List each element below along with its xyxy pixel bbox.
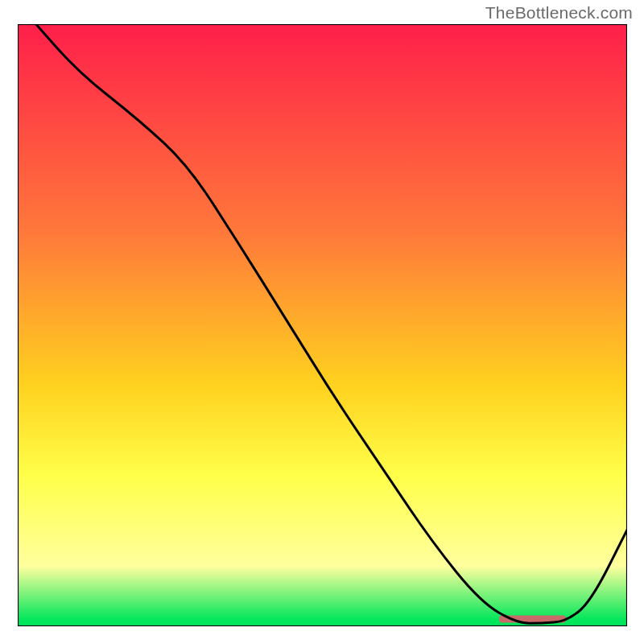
chart-plot bbox=[18, 24, 627, 626]
gradient-background bbox=[18, 24, 627, 626]
chart-svg bbox=[18, 24, 627, 626]
figure-container: TheBottleneck.com bbox=[0, 0, 644, 644]
attribution-label: TheBottleneck.com bbox=[485, 3, 633, 23]
